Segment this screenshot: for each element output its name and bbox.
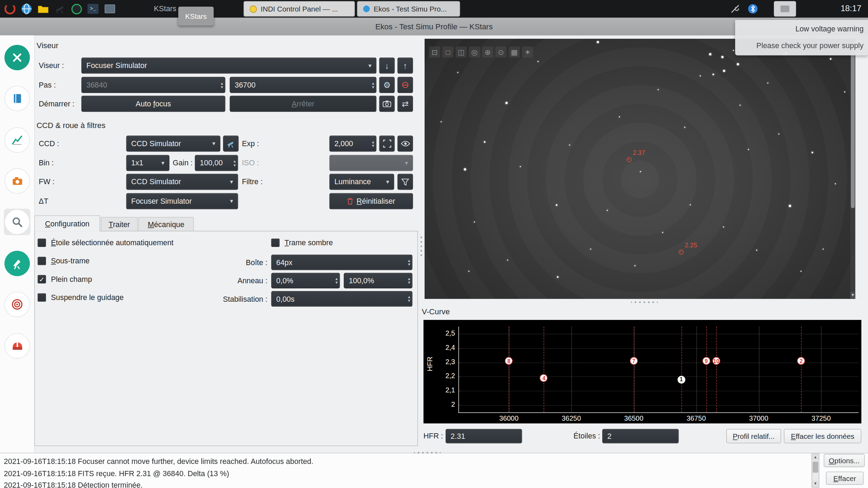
reset-button[interactable]: Réinitialiser [329,193,413,209]
scroll-down-icon[interactable]: ▾ [850,292,855,299]
focus-magnifier-icon [5,209,30,235]
analyze-chart-icon [5,127,30,153]
tab-configuration[interactable]: Configuration [34,215,100,231]
loop-capture-button[interactable]: ⇄ [397,96,413,112]
ring-outer-field[interactable]: 100,0% ▴▾ [344,273,412,288]
options-button[interactable]: Options... [824,454,865,467]
star [619,116,620,118]
focuser-select[interactable]: Focuser Simulator ▾ [81,58,376,74]
temperature-source-select[interactable]: Focuser Simulator ▾ [126,193,238,209]
indi-app-icon[interactable] [70,2,83,15]
kstars-window-icon[interactable] [103,2,116,15]
ekos-app-icon [363,6,370,12]
systray-notifier-icon[interactable] [774,1,796,16]
sidebar-item-capture[interactable] [4,168,30,194]
log-scrollbar[interactable]: ▴ ▾ [811,453,819,488]
ekos-module-sidebar [0,36,35,453]
terminal-icon[interactable]: >_ [87,2,100,15]
focus-star-view[interactable]: ⊡□◫◎⊕⊙▦✶ 2.372.25 ▾ [425,39,855,299]
tab-mecanique[interactable]: Mécanique [139,217,194,231]
checkbox-etoile-auto[interactable] [38,239,46,247]
filter-select[interactable]: Luminance ▾ [329,174,394,190]
kde-menu-icon[interactable] [3,2,17,15]
checkbox-sous-trame[interactable] [38,257,46,265]
view-scrollbar-thumb[interactable] [851,42,855,208]
binning-select[interactable]: 1x1 ▾ [126,155,170,171]
notification-popup[interactable]: Low voltage warning Please check your po… [735,20,868,55]
horizontal-splitter-handle[interactable] [631,300,658,305]
scroll-down-icon[interactable]: ▾ [812,480,819,487]
star [640,171,641,172]
ccd-select[interactable]: CCD Simulator ▾ [126,136,220,152]
stop-motion-button[interactable]: ⊖ [397,77,413,93]
notification-title: Low voltage warning [735,25,863,33]
log-scrollbar-thumb[interactable] [813,461,818,473]
sidebar-item-observatory[interactable] [4,333,30,359]
systray-tool-icon[interactable] [728,2,742,15]
clear-log-button[interactable]: Effacer [826,472,863,485]
chevron-down-icon: ▾ [227,197,233,205]
browser-globe-icon[interactable] [20,2,33,15]
clock[interactable]: 18:17 [840,3,861,13]
spin-down-icon[interactable]: ▾ [372,85,374,89]
bin-label: Bin : [39,159,54,167]
point-marker-line [706,326,707,412]
spin-down-icon[interactable]: ▾ [336,280,338,284]
star [723,226,724,228]
sidebar-item-setup[interactable] [4,44,30,71]
capture-image-button[interactable] [379,96,395,112]
target-position-field[interactable]: 36700 ▴▾ [230,77,376,93]
focus-out-button[interactable]: ↑ [397,58,413,74]
spin-down-icon[interactable]: ▾ [408,299,410,303]
sidebar-item-scheduler[interactable] [4,85,30,112]
window-button-ekos[interactable]: Ekos - Test Simu Pro... [357,1,460,16]
frame-settings-button[interactable] [379,136,395,152]
chevron-down-icon: ▾ [365,62,371,69]
relative-profile-button[interactable]: Profil relatif... [726,429,781,443]
exposure-field[interactable]: 2,000 ▴▾ [329,136,376,152]
star [823,248,824,250]
vertical-splitter-handle[interactable] [419,235,424,257]
telescope-app-icon[interactable] [53,2,66,15]
window-button-indi[interactable]: INDI Control Panel — ... [244,1,355,16]
sidebar-item-guide[interactable] [4,291,30,318]
scroll-up-icon[interactable]: ▴ [812,454,819,460]
filter-wheel-select[interactable]: CCD Simulator ▾ [126,174,238,190]
vcurve-point: 7 [630,357,638,365]
gain-field[interactable]: 100,00 ▴▾ [195,155,238,171]
live-view-button[interactable] [397,136,413,152]
focuser-settings-button[interactable]: ⚙ [379,77,395,93]
spin-down-icon[interactable]: ▾ [221,85,223,89]
sidebar-item-mount[interactable] [4,250,30,277]
autofocus-button[interactable]: Auto focus [81,96,225,112]
x-tick-label: 36000 [492,414,525,422]
star [748,149,749,150]
sidebar-item-focus[interactable] [4,209,30,235]
ccd-scope-button[interactable] [223,136,238,152]
spin-down-icon[interactable]: ▾ [234,163,236,167]
ring-inner-field[interactable]: 0,0% ▴▾ [271,273,340,288]
clear-data-button[interactable]: Effacer les données [784,429,861,443]
vcurve-point: 2 [797,357,805,365]
filter-settings-button[interactable] [397,174,413,190]
kstars-ekos-screen: >_ KStars INDI Control Panel — ... Ekos … [0,0,868,488]
focus-in-button[interactable]: ↓ [379,58,395,74]
log-splitter-handle[interactable] [414,451,441,455]
checkbox-plein-champ[interactable]: ✓ [38,275,46,284]
settle-field[interactable]: 0,00s ▴▾ [271,291,412,307]
checkbox-trame-sombre[interactable] [271,239,279,247]
demarrer-label: Démarrer : [39,100,74,108]
bluetooth-icon[interactable] [746,2,760,15]
box-size-field[interactable]: 64px ▴▾ [271,255,412,270]
file-manager-folder-icon[interactable] [37,2,50,15]
star [634,265,636,266]
sidebar-item-analyze[interactable] [4,127,30,153]
checkbox-suspendre-guidage[interactable] [38,293,46,302]
spin-down-icon[interactable]: ▾ [372,144,374,148]
absolute-position-field[interactable]: 36840 ▴▾ [81,77,225,93]
view-scrollbar[interactable]: ▾ [850,39,855,299]
tab-traiter[interactable]: Traiter [101,217,138,231]
spin-down-icon[interactable]: ▾ [408,262,410,266]
spin-down-icon[interactable]: ▾ [408,280,410,284]
checkbox-trame-sombre-label: Trame sombre [285,239,333,247]
